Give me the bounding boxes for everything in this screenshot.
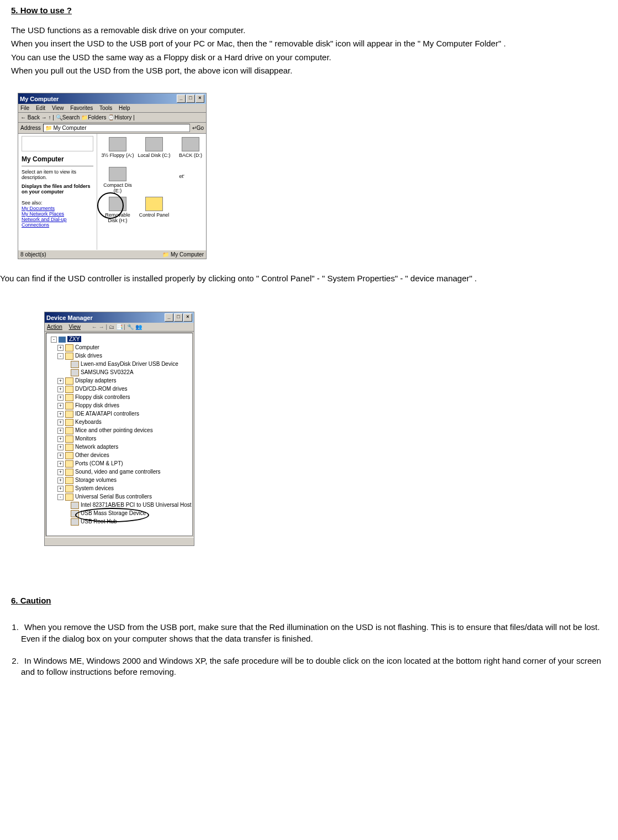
link-dialup[interactable]: Network and Dial-up Connections — [22, 217, 93, 228]
left-pane: My Computer Select an item to view its d… — [18, 134, 97, 250]
tree-leaf[interactable]: Lwen-xmd EasyDisk Driver USB Device — [49, 360, 190, 368]
titlebar: My Computer _ □ × — [18, 93, 206, 104]
tree-node[interactable]: +Storage volumes — [49, 476, 190, 484]
dm-statusbar — [45, 537, 194, 545]
go-button[interactable]: ↵Go — [192, 125, 204, 131]
controlpanel-icon — [145, 197, 163, 211]
highlight-circle-icon — [97, 192, 124, 219]
tree-node[interactable]: +IDE ATA/ATAPI controllers — [49, 410, 190, 418]
menu-view[interactable]: View — [52, 105, 64, 111]
drives-pane: 3½ Floppy (A:) Local Disk (C:) BACK (D:)… — [97, 134, 206, 250]
menu-file[interactable]: File — [20, 105, 29, 111]
tree-node[interactable]: -Disk drives — [49, 351, 190, 360]
caution-item-1: When you remove the USD from the USB por… — [21, 622, 607, 644]
statusbar: 8 object(s) 📁 My Computer — [18, 250, 206, 259]
maximize-button[interactable]: □ — [174, 313, 183, 322]
toolbar-nav[interactable]: ← → | 🗂 📑 | 🔧 👥 — [92, 324, 142, 330]
maximize-button[interactable]: □ — [186, 95, 195, 103]
tree-node[interactable]: +Floppy disk controllers — [49, 393, 190, 401]
window-title: My Computer — [20, 96, 59, 102]
s5-p1: The USD functions as a removable disk dr… — [11, 25, 607, 36]
device-tree[interactable]: -ZXY+Computer-Disk drivesLwen-xmd EasyDi… — [46, 333, 193, 536]
dm-menubar: Action View ← → | 🗂 📑 | 🔧 👥 — [45, 323, 194, 332]
floppy-icon — [109, 137, 126, 151]
menu-tools[interactable]: Tools — [99, 105, 112, 111]
tree-node[interactable]: +Network adapters — [49, 443, 190, 451]
status-left: 8 object(s) — [20, 251, 46, 258]
section-5-heading: 5. How to use ? — [11, 6, 607, 15]
drive-cd[interactable]: Compact Dis (E:) — [101, 167, 135, 193]
tree-node[interactable]: +Monitors — [49, 434, 190, 443]
link-mydocs[interactable]: My Documents — [22, 206, 93, 211]
tree-node[interactable]: +Other devices — [49, 451, 190, 459]
left-desc2: Displays the files and folders on your c… — [22, 183, 93, 195]
menu-help[interactable]: Help — [119, 105, 130, 111]
control-panel[interactable]: Control Panel — [137, 197, 171, 218]
tree-node[interactable]: +System devices — [49, 484, 190, 492]
drive-local-c[interactable]: Local Disk (C:) — [137, 137, 171, 158]
drive-back-d[interactable]: BACK (D:) — [173, 137, 208, 158]
tree-node[interactable]: +Floppy disk drives — [49, 401, 190, 410]
link-mynetwork[interactable]: My Network Places — [22, 211, 93, 217]
toolbar[interactable]: ← Back → ↑ | 🔍Search 📁Folders ⌚History | — [18, 113, 206, 123]
address-input[interactable]: 📁 My Computer — [43, 124, 190, 132]
close-button[interactable]: × — [196, 95, 204, 103]
status-right: 📁 My Computer — [162, 251, 204, 258]
section-5: 5. How to use ? The USD functions as a r… — [11, 6, 607, 76]
drive-removable[interactable]: Removable Disk (H:) — [101, 197, 135, 223]
section-6-heading: 6. Caution — [11, 596, 607, 605]
s5-p4: When you pull out the USD from the USB p… — [11, 65, 607, 76]
section-6: 6. Caution When you remove the USD from … — [11, 596, 607, 678]
minimize-button[interactable]: _ — [177, 95, 186, 103]
tree-leaf[interactable]: SAMSUNG SV0322A — [49, 368, 190, 376]
hdd-icon — [145, 137, 163, 151]
caution-list: When you remove the USD from the USB por… — [11, 622, 607, 678]
tree-node[interactable]: +Computer — [49, 343, 190, 351]
menubar: File Edit View Favorites Tools Help — [18, 104, 206, 113]
minimize-button[interactable]: _ — [165, 313, 173, 322]
close-button[interactable]: × — [183, 313, 192, 322]
drive-floppy[interactable]: 3½ Floppy (A:) — [101, 137, 135, 158]
address-bar: Address 📁 My Computer ↵Go — [18, 123, 206, 134]
tree-node[interactable]: +DVD/CD-ROM drives — [49, 385, 190, 393]
menu-favorites[interactable]: Favorites — [70, 105, 93, 111]
s5-p5: You can find if the USD controller is in… — [0, 273, 612, 284]
dm-titlebar: Device Manager _ □ × — [45, 312, 194, 323]
menu-view[interactable]: View — [69, 324, 81, 330]
tree-node[interactable]: +Sound, video and game controllers — [49, 468, 190, 476]
menu-edit[interactable]: Edit — [36, 105, 45, 111]
tree-node[interactable]: +Mice and other pointing devices — [49, 426, 190, 434]
mycomputer-window: My Computer _ □ × File Edit View Favorit… — [18, 93, 207, 259]
s5-p3: You can use the USD the same way as a Fl… — [11, 52, 607, 63]
tree-node[interactable]: +Keyboards — [49, 418, 190, 426]
device-manager-window: Device Manager _ □ × Action View ← → | 🗂… — [44, 312, 194, 546]
caution-item-2: In Windows ME, Windows 2000 and Windows … — [21, 655, 607, 678]
left-pane-title: My Computer — [22, 154, 93, 166]
see-also-label: See also: — [22, 200, 93, 206]
mycomputer-banner-icon — [22, 136, 93, 151]
s5-p2: When you insert the USD to the USB port … — [11, 38, 607, 49]
menu-action[interactable]: Action — [47, 324, 62, 330]
tree-node[interactable]: +Display adapters — [49, 376, 190, 385]
drive-et[interactable]: et' — [173, 174, 190, 179]
tree-node[interactable]: -Universal Serial Bus controllers — [49, 492, 190, 501]
address-label: Address — [20, 125, 41, 131]
tree-root[interactable]: -ZXY — [49, 335, 190, 343]
dm-title: Device Manager — [46, 314, 93, 321]
cd-icon — [109, 167, 126, 181]
hdd-icon — [182, 137, 199, 151]
left-desc1: Select an item to view its description. — [22, 169, 93, 180]
tree-node[interactable]: +Ports (COM & LPT) — [49, 459, 190, 468]
